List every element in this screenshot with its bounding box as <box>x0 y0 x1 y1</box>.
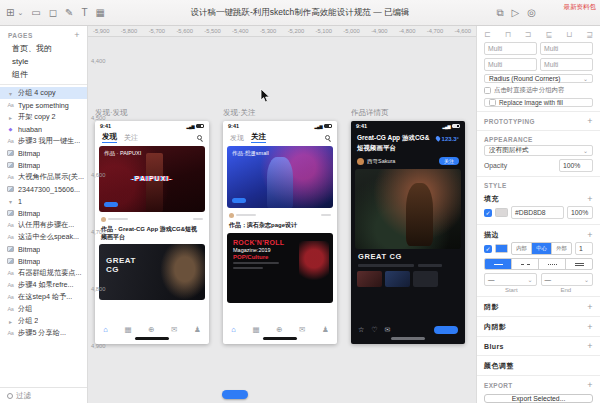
profile-tab-icon[interactable]: ♟ <box>194 325 201 334</box>
align-center-h-icon[interactable]: ⊓ <box>505 30 511 39</box>
align-top-icon[interactable]: ⊑ <box>545 30 552 39</box>
fill-color-swatch[interactable] <box>495 208 508 217</box>
add-border-icon[interactable]: + <box>587 231 593 240</box>
layer-row[interactable]: Bitmap <box>0 147 87 159</box>
tab-discover[interactable]: 发现 <box>102 132 117 143</box>
export-selected-button[interactable]: Export Selected... <box>484 394 593 403</box>
artwork-card-greatcg[interactable]: GREAT CG <box>99 244 205 300</box>
layer-row[interactable]: Type something <box>0 99 87 111</box>
click-through-checkbox[interactable]: 点击时直接选中分组内容 <box>484 86 593 95</box>
add-fill-icon[interactable]: + <box>587 195 593 204</box>
add-tab-icon[interactable]: ⊕ <box>276 325 282 334</box>
border-enabled-checkbox[interactable]: ✓ <box>484 245 492 253</box>
group-icon[interactable] <box>6 318 15 325</box>
start-cap-select[interactable]: —⌄ <box>484 273 537 286</box>
align-left-icon[interactable]: ⊏ <box>484 30 491 39</box>
image-tool-icon[interactable]: ▦ <box>96 8 105 18</box>
x-field[interactable]: Multi <box>484 42 537 55</box>
thumbnail[interactable] <box>357 271 382 287</box>
layer-row[interactable]: 23447300_15606... <box>0 183 87 195</box>
checkbox-icon[interactable] <box>484 87 491 94</box>
message-tab-icon[interactable]: ✉ <box>299 325 305 334</box>
preview-icon[interactable]: ▷ <box>512 8 520 18</box>
detail-hero-image[interactable] <box>355 169 461 249</box>
layer-row[interactable]: 开架 copy 2 <box>0 111 87 123</box>
notification-pill[interactable] <box>222 390 248 399</box>
checkbox-icon[interactable] <box>489 99 496 106</box>
height-field[interactable]: Multi <box>540 58 593 71</box>
profile-tab-icon[interactable]: ♟ <box>322 325 329 334</box>
star-icon[interactable]: ☆ <box>358 326 364 334</box>
replace-image-control[interactable]: Replace Image with fill <box>484 98 593 107</box>
canvas[interactable]: -5,900-5,800-5,700-5,600-5,500-5,400-5,3… <box>88 26 476 403</box>
add-shadow-icon[interactable]: + <box>587 303 593 312</box>
artboard-title[interactable]: 作品详情页 <box>351 108 465 118</box>
dotted-line-icon[interactable] <box>539 259 566 269</box>
artwork-card-magazine[interactable]: ROCK'N'ROLL Magazine:2019 POP/Culture <box>227 233 333 303</box>
primary-action-pill[interactable] <box>434 326 458 334</box>
artboard-artwork-detail[interactable]: 作品详情页 9:41 ▂▄▆ Great-CG App 游戏CG& 123.3°… <box>351 108 465 344</box>
add-blur-icon[interactable]: + <box>587 342 593 351</box>
thumbnail[interactable] <box>413 271 438 287</box>
search-icon[interactable] <box>325 135 330 140</box>
artboard-title[interactable]: 发现·关注 <box>223 108 337 118</box>
category-tab-icon[interactable]: ▦ <box>252 325 259 334</box>
layer-row[interactable]: 这适中全么speak... <box>0 231 87 243</box>
like-icon[interactable]: ♡ <box>371 326 377 334</box>
width-field[interactable]: Multi <box>484 58 537 71</box>
fill-opacity-field[interactable]: 100% <box>567 206 593 219</box>
radius-dropdown[interactable]: Radius (Round Corners)⌄ <box>484 74 593 83</box>
artboard-discover-feed[interactable]: 发现·发现 9:41 ▂▄▆ 发现 关注 作品 · PAIPUXI -PAIPU… <box>95 108 209 344</box>
layer-row[interactable]: 石器群组规范要点... <box>0 267 87 279</box>
fill-enabled-checkbox[interactable]: ✓ <box>484 209 492 217</box>
layer-row[interactable]: huaban <box>0 123 87 135</box>
comment-icon[interactable]: ✉ <box>385 326 391 334</box>
layer-row[interactable]: 分组 <box>0 303 87 315</box>
layer-row[interactable]: Bitmap <box>0 159 87 171</box>
group-icon[interactable] <box>6 114 15 121</box>
vector-tool-icon[interactable]: ✎ <box>65 8 73 18</box>
fill-hex-field[interactable]: #DBD8D8 <box>511 206 564 219</box>
border-weight-field[interactable]: 1 <box>575 242 593 255</box>
solid-line-icon[interactable] <box>485 259 512 269</box>
artwork-card-paipuxi[interactable]: 作品 · PAIPUXI -PAIPUXI- <box>99 146 205 212</box>
tab-discover[interactable]: 发现 <box>230 133 244 143</box>
insert-icon[interactable]: ⊞ <box>6 8 14 18</box>
align-right-icon[interactable]: ⊐ <box>525 30 532 39</box>
tab-bar[interactable]: ⌂ ▦ ⊕ ✉ ♟ <box>95 322 209 336</box>
page-item-style[interactable]: style <box>0 55 87 68</box>
border-color-swatch[interactable] <box>495 244 508 253</box>
align-bottom-icon[interactable]: ⊒ <box>586 30 593 39</box>
follow-button[interactable]: 关注 <box>439 157 459 165</box>
zoom-icon[interactable]: ◎ <box>527 8 536 18</box>
text-tool-icon[interactable]: T <box>81 8 87 18</box>
mirror-icon[interactable]: ⧉ <box>496 8 503 18</box>
layer-row[interactable]: Bitmap <box>0 255 87 267</box>
layer-row[interactable]: 步骤3 我用一键生... <box>0 135 87 147</box>
home-tab-icon[interactable]: ⌂ <box>231 325 236 334</box>
layer-filter[interactable]: 过滤 <box>0 387 87 403</box>
y-field[interactable]: Multi <box>540 42 593 55</box>
layer-style-dropdown[interactable]: 没有图层样式⌄ <box>484 145 593 156</box>
layer-row[interactable]: 1 <box>0 195 87 207</box>
align-middle-v-icon[interactable]: ⊔ <box>566 30 572 39</box>
layer-row[interactable]: 在这step4 给予... <box>0 291 87 303</box>
page-item-home[interactable]: 首页、我的 <box>0 42 87 55</box>
add-prototype-icon[interactable]: + <box>587 117 593 126</box>
layer-row[interactable]: 分组 2 <box>0 315 87 327</box>
artwork-card-xiangman[interactable]: 作品·想漫small <box>227 146 333 208</box>
layer-row[interactable]: 大视角作品展示(关... <box>0 171 87 183</box>
artboard-title[interactable]: 发现·发现 <box>95 108 209 118</box>
layer-row[interactable]: 步骤5 分享给... <box>0 327 87 339</box>
opacity-field[interactable]: 100% <box>559 159 593 172</box>
search-icon[interactable] <box>197 135 202 140</box>
layer-row[interactable]: 认任用有步骤在... <box>0 219 87 231</box>
add-export-icon[interactable]: + <box>587 381 593 390</box>
layer-row[interactable]: 步骤4 如果refre... <box>0 279 87 291</box>
tab-follow[interactable]: 关注 <box>251 132 266 143</box>
thumbnail-strip[interactable] <box>351 267 465 287</box>
double-line-icon[interactable] <box>566 259 592 269</box>
shape-tool-icon[interactable]: ◻ <box>49 8 57 18</box>
layer-row[interactable]: Bitmap <box>0 243 87 255</box>
home-tab-icon[interactable]: ⌂ <box>103 325 108 334</box>
